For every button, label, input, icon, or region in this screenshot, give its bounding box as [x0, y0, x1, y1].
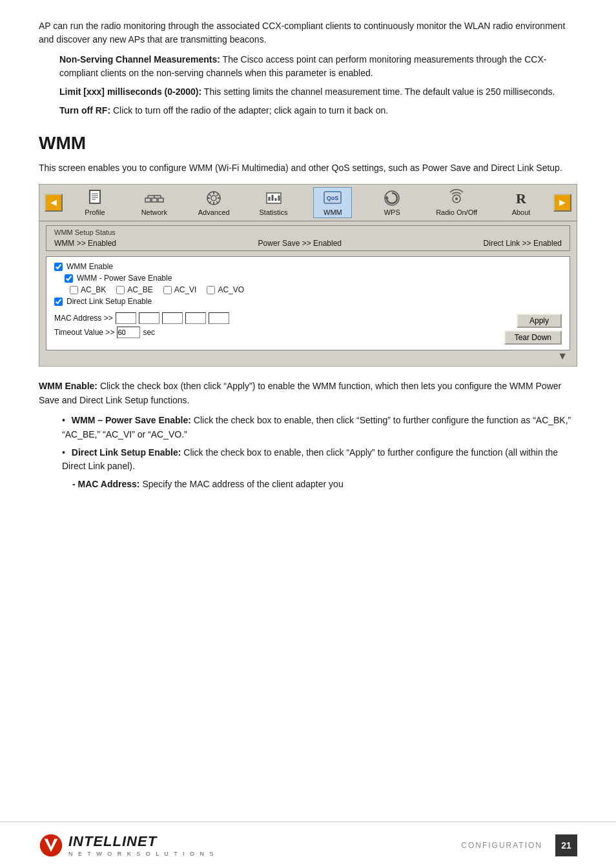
turnoff-label: Turn off RF:	[59, 105, 110, 116]
svg-line-21	[216, 194, 218, 196]
advanced-icon	[203, 189, 224, 207]
ac-be-checkbox[interactable]	[116, 286, 125, 294]
wmm-label: WMM	[323, 208, 342, 216]
wps-icon	[382, 189, 402, 207]
svg-point-14	[211, 196, 216, 201]
settings-area: WMM Enable WMM - Power Save Enable AC_BK…	[46, 256, 570, 350]
apply-button[interactable]: Apply	[517, 314, 562, 328]
svg-rect-5	[145, 198, 150, 202]
toolbar-wmm[interactable]: QoS WMM	[313, 187, 352, 218]
action-buttons: Apply Tear Down	[504, 314, 562, 345]
turnoff-text: Click to turn off the radio of the adapt…	[110, 105, 388, 116]
timeout-unit: sec	[143, 328, 155, 337]
bullet2-label: Direct Link Setup Enable:	[72, 447, 181, 458]
network-icon	[144, 189, 165, 207]
timeout-row: Timeout Value >> sec	[54, 327, 229, 338]
footer: INTELLINET N E T W O R K S O L U T I O N…	[0, 822, 616, 868]
ac-bk-checkbox[interactable]	[70, 286, 78, 294]
wmm-enable-row: WMM Enable	[54, 262, 562, 271]
mac-row: MAC Address >>	[54, 312, 229, 324]
bullet2: Direct Link Setup Enable: Click the chec…	[62, 446, 577, 474]
back-button[interactable]: ◄	[45, 194, 63, 212]
limit-label: Limit [xxx] milliseconds (0-2000):	[59, 86, 201, 97]
svg-rect-6	[152, 198, 157, 202]
toolbar-about[interactable]: R About	[502, 188, 540, 217]
mac-field-4[interactable]	[185, 312, 206, 324]
about-icon: R	[511, 189, 531, 207]
ui-screenshot: ◄ Profile	[39, 184, 577, 367]
logo-brand: INTELLINET	[68, 833, 216, 850]
ac-checkboxes: AC_BK AC_BE AC_VI AC_VO	[70, 285, 562, 294]
direct-link-row: Direct Link Setup Enable	[54, 297, 562, 306]
mac-field-3[interactable]	[162, 312, 183, 324]
intellinet-logo-icon	[39, 833, 63, 858]
ac-vo-checkbox[interactable]	[207, 286, 215, 294]
ac-be-label[interactable]: AC_BE	[116, 285, 152, 294]
nonserving-block: Non-Serving Channel Measurements: The Ci…	[59, 53, 577, 80]
svg-rect-7	[158, 198, 163, 202]
status-row: WMM >> Enabled Power Save >> Enabled Dir…	[54, 239, 562, 248]
wmm-description: This screen enables you to configure WMM…	[39, 161, 577, 175]
ac-vi-label[interactable]: AC_VI	[163, 285, 197, 294]
teardown-button[interactable]: Tear Down	[504, 330, 562, 345]
page-content: AP can run the radio monitoring through …	[0, 0, 616, 547]
mac-field-1[interactable]	[116, 312, 136, 324]
direct-link-checkbox[interactable]	[54, 298, 63, 306]
limit-text: This setting limits the channel measurem…	[201, 86, 555, 97]
timeout-input[interactable]	[117, 327, 140, 338]
turnoff-block: Turn off RF: Click to turn off the radio…	[59, 104, 577, 117]
footer-right: CONFIGURATION 21	[461, 834, 577, 856]
wmm-enable-body-label: WMM Enable:	[39, 381, 98, 391]
toolbar-statistics[interactable]: Statistics	[254, 188, 293, 217]
toolbar-wps[interactable]: WPS	[373, 188, 411, 217]
svg-line-19	[209, 194, 211, 196]
toolbar-profile[interactable]: Profile	[76, 188, 114, 217]
toolbar-advanced[interactable]: Advanced	[194, 188, 234, 217]
wmm-enable-checkbox[interactable]	[54, 263, 63, 271]
wmm-panel: WMM Setup Status WMM >> Enabled Power Sa…	[39, 221, 577, 366]
status-power: Power Save >> Enabled	[258, 239, 342, 248]
bullet1-label: WMM – Power Save Enable:	[72, 415, 191, 425]
dash-label: - MAC Address:	[72, 479, 140, 489]
ac-vo-label[interactable]: AC_VO	[207, 285, 244, 294]
intro-para1: AP can run the radio monitoring through …	[39, 19, 577, 46]
network-label: Network	[141, 208, 167, 216]
forward-button[interactable]: ►	[553, 194, 571, 212]
footer-logo: INTELLINET N E T W O R K S O L U T I O N…	[39, 833, 216, 858]
scroll-down[interactable]: ▼	[46, 350, 570, 362]
wmm-enable-label: WMM Enable	[67, 262, 113, 271]
mac-field-5[interactable]	[209, 312, 229, 324]
wmm-enable-section: WMM Enable: Click the check box (then cl…	[39, 379, 577, 407]
radio-icon	[446, 189, 467, 207]
logo-sub: N E T W O R K S O L U T I O N S	[68, 851, 216, 857]
wmm-power-save-checkbox[interactable]	[65, 274, 73, 283]
status-wmm: WMM >> Enabled	[54, 239, 116, 248]
profile-label: Profile	[85, 208, 105, 216]
dash-text: Specify the MAC address of the client ad…	[140, 479, 344, 489]
svg-point-33	[455, 197, 458, 200]
bullet1: WMM – Power Save Enable: Click the check…	[62, 414, 577, 441]
config-label: CONFIGURATION	[461, 841, 542, 850]
toolbar-items: Profile	[65, 187, 551, 218]
svg-text:R: R	[516, 190, 527, 207]
wmm-heading: WMM	[39, 133, 577, 154]
advanced-label: Advanced	[198, 208, 230, 216]
wps-label: WPS	[384, 208, 400, 216]
wmm-icon: QoS	[322, 189, 343, 207]
svg-line-20	[216, 201, 218, 203]
status-title: WMM Setup Status	[54, 228, 562, 236]
ac-vi-checkbox[interactable]	[163, 286, 172, 294]
toolbar-radio[interactable]: Radio On/Off	[432, 188, 481, 217]
svg-line-22	[209, 201, 211, 203]
limit-block: Limit [xxx] milliseconds (0-2000): This …	[59, 85, 577, 99]
profile-icon	[85, 189, 105, 207]
status-direct: Direct Link >> Enabled	[484, 239, 562, 248]
toolbar-network[interactable]: Network	[135, 188, 174, 217]
status-box: WMM Setup Status WMM >> Enabled Power Sa…	[46, 225, 570, 251]
wmm-power-save-label: WMM - Power Save Enable	[77, 274, 172, 283]
mac-field-2[interactable]	[139, 312, 159, 324]
wmm-enable-body-text: Click the check box (then click “Apply”)…	[39, 381, 561, 405]
mac-label: MAC Address >>	[54, 314, 113, 323]
ac-bk-label[interactable]: AC_BK	[70, 285, 106, 294]
about-label: About	[512, 208, 531, 216]
